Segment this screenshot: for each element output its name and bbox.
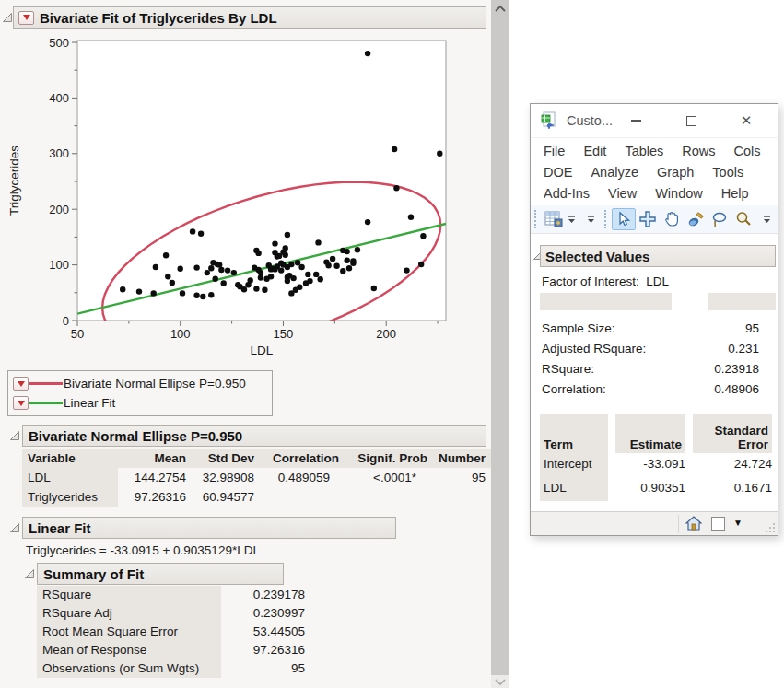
factor-value: LDL bbox=[646, 274, 669, 288]
toolbar-overflow-icon bbox=[763, 216, 771, 224]
cell-variable: Triglycerides bbox=[22, 487, 118, 507]
menu-analyze[interactable]: Analyze bbox=[581, 163, 648, 181]
stat-value: 0.23918 bbox=[676, 359, 759, 379]
cell-signif-prob: <.0001* bbox=[345, 468, 433, 487]
stat-value: 0.231 bbox=[676, 339, 759, 359]
red-triangle-menu-button[interactable] bbox=[13, 396, 29, 410]
home-icon[interactable] bbox=[685, 516, 702, 531]
cell-correlation: 0.489059 bbox=[260, 468, 345, 487]
stat-value: 0.239178 bbox=[221, 586, 309, 604]
stat-label: Mean of Response bbox=[37, 641, 221, 659]
disclosure-triangle-icon[interactable] bbox=[9, 522, 20, 533]
disclosure-triangle-icon[interactable] bbox=[9, 430, 20, 441]
table-header-row: Variable Mean Std Dev Correlation Signif… bbox=[22, 449, 491, 468]
cell-stddev: 60.94577 bbox=[192, 487, 260, 507]
disclosure-triangle-icon[interactable] bbox=[24, 568, 35, 579]
maximize-button[interactable] bbox=[675, 104, 707, 137]
selection-tool-button[interactable] bbox=[636, 208, 660, 230]
toolbar-overflow-button[interactable] bbox=[585, 209, 597, 229]
toolbar-overflow-button[interactable] bbox=[761, 209, 773, 229]
value-well-left[interactable] bbox=[540, 293, 672, 310]
minimize-button[interactable] bbox=[620, 104, 651, 137]
report-title-bar[interactable]: Bivariate Fit of Triglycerides By LDL bbox=[13, 6, 486, 29]
new-data-table-button[interactable] bbox=[542, 208, 566, 230]
pointer-tool-button[interactable] bbox=[612, 208, 636, 230]
stat-value: 95 bbox=[221, 659, 309, 678]
scatter-plot[interactable]: 501001502000100200300400500LDLTriglyceri… bbox=[0, 34, 491, 362]
report-title: Bivariate Fit of Triglycerides By LDL bbox=[40, 10, 277, 26]
table-row: LDL 0.90351 0.1671 bbox=[540, 477, 772, 501]
menu-doe[interactable]: DOE bbox=[534, 163, 581, 181]
summary-row: Observations (or Sum Wgts)95 bbox=[37, 659, 309, 678]
menu-add-ins[interactable]: Add-Ins bbox=[534, 184, 599, 203]
menu-rows[interactable]: Rows bbox=[673, 142, 724, 160]
disclosure-triangle-icon[interactable] bbox=[2, 12, 13, 23]
scroll-up-button[interactable] bbox=[491, 0, 509, 16]
col-header: Std Dev bbox=[192, 449, 260, 468]
statusbar-separator bbox=[678, 515, 679, 533]
minimize-icon bbox=[631, 120, 641, 122]
svg-text:200: 200 bbox=[376, 327, 396, 341]
window-state-checkbox[interactable] bbox=[711, 517, 725, 531]
value-well-right[interactable] bbox=[708, 293, 776, 310]
scroll-down-button[interactable] bbox=[491, 675, 509, 688]
cell-number: 95 bbox=[433, 468, 491, 487]
linear-fit-section-bar[interactable]: Linear Fit bbox=[22, 517, 396, 539]
window-title-bar[interactable]: Custo... ✕ bbox=[531, 104, 778, 138]
svg-text:LDL: LDL bbox=[251, 344, 274, 357]
table-row: Intercept -33.091 24.724 bbox=[540, 453, 772, 477]
status-bar: ▼ bbox=[531, 511, 778, 535]
summary-of-fit-bar[interactable]: Summary of Fit bbox=[37, 563, 284, 585]
summary-row: Root Mean Square Error53.44505 bbox=[37, 623, 309, 641]
cell-number bbox=[433, 487, 491, 507]
fat-cross-icon bbox=[638, 210, 657, 228]
menu-cols[interactable]: Cols bbox=[725, 142, 770, 160]
table-header-row: Term Estimate Standard Error bbox=[540, 414, 772, 453]
toolbar-overflow-button[interactable] bbox=[566, 209, 578, 229]
close-button[interactable]: ✕ bbox=[731, 104, 762, 137]
cell-mean: 144.2754 bbox=[118, 468, 192, 487]
jmp-journal-icon[interactable] bbox=[540, 111, 558, 130]
ellipse-line-swatch bbox=[29, 382, 63, 385]
red-triangle-menu-button[interactable] bbox=[13, 377, 29, 391]
stat-label: Sample Size: bbox=[542, 319, 676, 339]
ellipse-stats-table: Variable Mean Std Dev Correlation Signif… bbox=[22, 449, 491, 507]
menu-view[interactable]: View bbox=[599, 184, 646, 203]
toolbar-grip[interactable] bbox=[604, 210, 609, 228]
grabber-tool-button[interactable] bbox=[660, 208, 684, 230]
menu-tools[interactable]: Tools bbox=[703, 163, 753, 181]
zoom-tool-button[interactable] bbox=[731, 208, 755, 230]
col-header-standard-error: Standard Error bbox=[693, 414, 772, 453]
cell-term: LDL bbox=[540, 477, 608, 501]
vertical-scrollbar[interactable] bbox=[491, 0, 509, 688]
lasso-tool-button[interactable] bbox=[708, 208, 731, 230]
menu-window[interactable]: Window bbox=[646, 184, 712, 203]
statusbar-dropdown-icon[interactable]: ▼ bbox=[733, 518, 743, 528]
brush-icon bbox=[686, 210, 705, 228]
legend-label: Bivariate Normal Ellipse P=0.950 bbox=[64, 377, 246, 391]
toolbar-grip[interactable] bbox=[534, 210, 539, 228]
panel-content: Selected Values Factor of Interest: LDL … bbox=[531, 234, 778, 521]
selected-values-bar[interactable]: Selected Values bbox=[540, 245, 776, 267]
linear-fit-line-swatch bbox=[29, 402, 63, 404]
resize-grip[interactable] bbox=[765, 522, 776, 533]
cell-std-error: 24.724 bbox=[693, 453, 772, 477]
fit-legend: Bivariate Normal Ellipse P=0.950 Linear … bbox=[7, 370, 273, 416]
col-header: Mean bbox=[118, 449, 192, 468]
menu-edit[interactable]: Edit bbox=[574, 142, 615, 160]
col-header: Variable bbox=[22, 449, 118, 468]
menu-graph[interactable]: Graph bbox=[648, 163, 703, 181]
menu-tables[interactable]: Tables bbox=[615, 142, 673, 160]
menu-help[interactable]: Help bbox=[712, 184, 758, 203]
cell-signif-prob bbox=[345, 487, 433, 507]
col-header: Correlation bbox=[260, 449, 345, 468]
pointer-cursor-icon bbox=[615, 211, 632, 227]
menu-file[interactable]: File bbox=[534, 142, 574, 160]
red-triangle-menu-button[interactable] bbox=[18, 11, 34, 25]
cell-correlation bbox=[260, 487, 345, 507]
ellipse-section-bar[interactable]: Bivariate Normal Ellipse P=0.950 bbox=[22, 425, 486, 447]
brush-tool-button[interactable] bbox=[684, 208, 708, 230]
stat-value: 97.26316 bbox=[221, 641, 309, 659]
table-row: LDL 144.2754 32.98908 0.489059 <.0001* 9… bbox=[22, 468, 491, 487]
ellipse-section-title: Bivariate Normal Ellipse P=0.950 bbox=[23, 428, 242, 444]
